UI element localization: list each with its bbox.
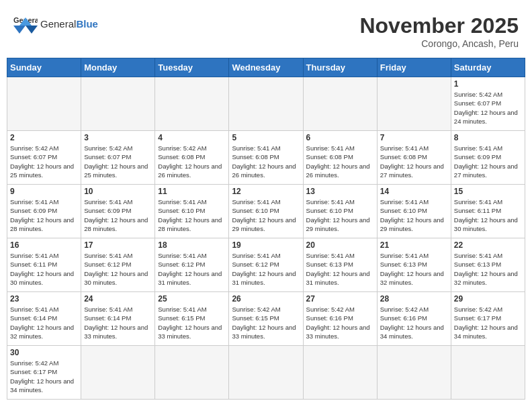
day-number: 10 [84, 187, 152, 196]
calendar-cell [155, 77, 229, 131]
day-number: 18 [158, 240, 226, 250]
day-info: Sunrise: 5:41 AM Sunset: 6:09 PM Dayligh… [454, 144, 522, 179]
day-info: Sunrise: 5:42 AM Sunset: 6:17 PM Dayligh… [454, 305, 522, 340]
day-number: 15 [454, 187, 522, 196]
svg-marker-1 [13, 26, 26, 34]
month-title: November 2025 [359, 13, 519, 38]
week-row-2: 2Sunrise: 5:42 AM Sunset: 6:07 PM Daylig… [7, 131, 525, 185]
calendar-cell: 16Sunrise: 5:41 AM Sunset: 6:11 PM Dayli… [7, 238, 81, 292]
logo: General GeneralBlue [13, 13, 98, 34]
week-row-5: 23Sunrise: 5:41 AM Sunset: 6:14 PM Dayli… [7, 292, 525, 346]
calendar-cell [81, 346, 155, 400]
week-row-6: 30Sunrise: 5:42 AM Sunset: 6:17 PM Dayli… [7, 346, 525, 400]
svg-marker-2 [26, 26, 38, 34]
weekday-header-monday: Monday [81, 58, 155, 77]
calendar-cell: 23Sunrise: 5:41 AM Sunset: 6:14 PM Dayli… [7, 292, 81, 346]
location: Corongo, Ancash, Peru [359, 38, 519, 49]
calendar-cell: 3Sunrise: 5:42 AM Sunset: 6:07 PM Daylig… [81, 131, 155, 185]
calendar-cell: 25Sunrise: 5:41 AM Sunset: 6:15 PM Dayli… [155, 292, 229, 346]
day-info: Sunrise: 5:41 AM Sunset: 6:08 PM Dayligh… [232, 144, 300, 179]
day-info: Sunrise: 5:41 AM Sunset: 6:10 PM Dayligh… [232, 197, 300, 233]
day-number: 20 [306, 240, 374, 250]
day-info: Sunrise: 5:41 AM Sunset: 6:12 PM Dayligh… [158, 251, 226, 287]
day-number: 30 [10, 348, 78, 357]
day-number: 6 [306, 133, 374, 142]
day-number: 27 [306, 294, 374, 304]
calendar-cell: 1Sunrise: 5:42 AM Sunset: 6:07 PM Daylig… [451, 77, 525, 131]
day-info: Sunrise: 5:41 AM Sunset: 6:08 PM Dayligh… [306, 144, 374, 179]
weekday-header-wednesday: Wednesday [229, 58, 303, 77]
day-number: 26 [232, 294, 300, 304]
calendar-cell: 11Sunrise: 5:41 AM Sunset: 6:10 PM Dayli… [155, 185, 229, 238]
calendar-cell: 19Sunrise: 5:41 AM Sunset: 6:12 PM Dayli… [229, 238, 303, 292]
day-number: 5 [232, 133, 300, 142]
day-info: Sunrise: 5:41 AM Sunset: 6:13 PM Dayligh… [380, 251, 448, 287]
calendar-cell: 29Sunrise: 5:42 AM Sunset: 6:17 PM Dayli… [451, 292, 525, 346]
weekday-header-row: SundayMondayTuesdayWednesdayThursdayFrid… [7, 58, 525, 77]
calendar-cell: 10Sunrise: 5:41 AM Sunset: 6:09 PM Dayli… [81, 185, 155, 238]
calendar-cell [377, 77, 451, 131]
calendar-cell [229, 346, 303, 400]
day-info: Sunrise: 5:41 AM Sunset: 6:15 PM Dayligh… [158, 305, 226, 340]
weekday-header-thursday: Thursday [303, 58, 377, 77]
weekday-header-sunday: Sunday [7, 58, 81, 77]
calendar-cell: 12Sunrise: 5:41 AM Sunset: 6:10 PM Dayli… [229, 185, 303, 238]
day-info: Sunrise: 5:42 AM Sunset: 6:16 PM Dayligh… [306, 305, 374, 340]
day-info: Sunrise: 5:41 AM Sunset: 6:10 PM Dayligh… [158, 197, 226, 233]
weekday-header-saturday: Saturday [451, 58, 525, 77]
calendar-cell [377, 346, 451, 400]
calendar-cell: 26Sunrise: 5:42 AM Sunset: 6:15 PM Dayli… [229, 292, 303, 346]
day-number: 4 [158, 133, 226, 142]
day-number: 2 [10, 133, 78, 142]
calendar-cell: 7Sunrise: 5:41 AM Sunset: 6:08 PM Daylig… [377, 131, 451, 185]
calendar-cell: 14Sunrise: 5:41 AM Sunset: 6:10 PM Dayli… [377, 185, 451, 238]
day-info: Sunrise: 5:41 AM Sunset: 6:09 PM Dayligh… [10, 197, 78, 233]
calendar-cell: 20Sunrise: 5:41 AM Sunset: 6:13 PM Dayli… [303, 238, 377, 292]
day-number: 12 [232, 187, 300, 196]
day-number: 21 [380, 240, 448, 250]
calendar-cell [7, 77, 81, 131]
calendar-cell [229, 77, 303, 131]
calendar-cell: 18Sunrise: 5:41 AM Sunset: 6:12 PM Dayli… [155, 238, 229, 292]
generalblue-logo-icon: General [13, 13, 38, 34]
day-info: Sunrise: 5:41 AM Sunset: 6:14 PM Dayligh… [84, 305, 152, 340]
day-info: Sunrise: 5:42 AM Sunset: 6:08 PM Dayligh… [158, 144, 226, 179]
day-number: 14 [380, 187, 448, 196]
calendar-cell: 5Sunrise: 5:41 AM Sunset: 6:08 PM Daylig… [229, 131, 303, 185]
calendar-cell: 24Sunrise: 5:41 AM Sunset: 6:14 PM Dayli… [81, 292, 155, 346]
day-number: 8 [454, 133, 522, 142]
week-row-4: 16Sunrise: 5:41 AM Sunset: 6:11 PM Dayli… [7, 238, 525, 292]
calendar-cell: 4Sunrise: 5:42 AM Sunset: 6:08 PM Daylig… [155, 131, 229, 185]
title-block: November 2025 Corongo, Ancash, Peru [359, 13, 519, 49]
weekday-header-friday: Friday [377, 58, 451, 77]
day-info: Sunrise: 5:41 AM Sunset: 6:12 PM Dayligh… [232, 251, 300, 287]
week-row-3: 9Sunrise: 5:41 AM Sunset: 6:09 PM Daylig… [7, 185, 525, 238]
day-number: 23 [10, 294, 78, 304]
day-number: 3 [84, 133, 152, 142]
calendar-cell: 28Sunrise: 5:42 AM Sunset: 6:16 PM Dayli… [377, 292, 451, 346]
calendar-cell: 2Sunrise: 5:42 AM Sunset: 6:07 PM Daylig… [7, 131, 81, 185]
calendar-cell: 30Sunrise: 5:42 AM Sunset: 6:17 PM Dayli… [7, 346, 81, 400]
day-number: 25 [158, 294, 226, 304]
logo-text: GeneralBlue [40, 18, 98, 30]
calendar-cell [303, 77, 377, 131]
calendar-cell: 6Sunrise: 5:41 AM Sunset: 6:08 PM Daylig… [303, 131, 377, 185]
day-number: 11 [158, 187, 226, 196]
day-info: Sunrise: 5:41 AM Sunset: 6:12 PM Dayligh… [84, 251, 152, 287]
day-info: Sunrise: 5:41 AM Sunset: 6:10 PM Dayligh… [306, 197, 374, 233]
day-info: Sunrise: 5:41 AM Sunset: 6:09 PM Dayligh… [84, 197, 152, 233]
day-info: Sunrise: 5:41 AM Sunset: 6:14 PM Dayligh… [10, 305, 78, 340]
day-number: 7 [380, 133, 448, 142]
calendar-cell: 22Sunrise: 5:41 AM Sunset: 6:13 PM Dayli… [451, 238, 525, 292]
day-number: 16 [10, 240, 78, 250]
day-number: 17 [84, 240, 152, 250]
calendar-cell: 13Sunrise: 5:41 AM Sunset: 6:10 PM Dayli… [303, 185, 377, 238]
calendar-cell [81, 77, 155, 131]
day-info: Sunrise: 5:41 AM Sunset: 6:11 PM Dayligh… [454, 197, 522, 233]
day-number: 9 [10, 187, 78, 196]
day-info: Sunrise: 5:41 AM Sunset: 6:13 PM Dayligh… [454, 251, 522, 287]
calendar-cell [451, 346, 525, 400]
day-info: Sunrise: 5:41 AM Sunset: 6:08 PM Dayligh… [380, 144, 448, 179]
day-info: Sunrise: 5:42 AM Sunset: 6:07 PM Dayligh… [10, 144, 78, 179]
calendar-cell [155, 346, 229, 400]
